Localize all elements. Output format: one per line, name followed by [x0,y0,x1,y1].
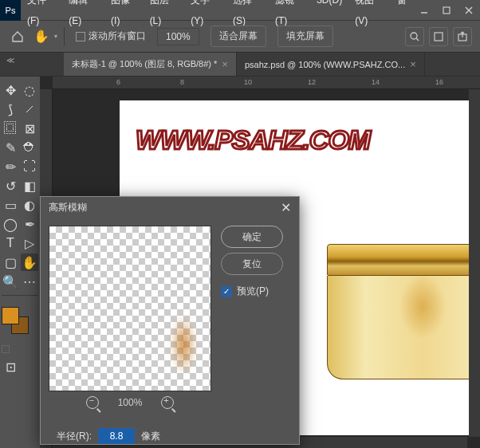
zoom-in-icon[interactable] [161,396,174,409]
foreground-color[interactable] [2,307,19,324]
preview-label: 预览(P) [237,285,269,298]
dialog-titlebar[interactable]: 高斯模糊 ✕ [41,197,299,218]
app-logo: Ps [0,0,21,21]
titlebar: Ps 文件(F) 编辑(E) 图像(I) 图层(L) 文字(Y) 选择(S) 滤… [0,0,480,21]
marquee-tool[interactable]: ◌ [21,81,38,99]
document-tabs: 未标题-1 @ 100% (图层 8, RGB/8#) * × psahz.ps… [0,53,480,77]
expand-panels-icon[interactable]: ≪ [6,56,14,65]
fit-screen-button[interactable]: 适合屏幕 [210,26,266,47]
document-tab-1[interactable]: 未标题-1 @ 100% (图层 8, RGB/8#) * × [64,53,237,76]
reset-button[interactable]: 复位 [221,253,283,275]
crop-tool[interactable]: ⿴ [2,120,19,137]
zoom-out-icon[interactable] [86,396,99,409]
svg-rect-1 [443,7,450,14]
path-select-tool[interactable]: ▷ [21,234,38,252]
clone-stamp-tool[interactable]: ⛶ [21,158,38,175]
healing-brush-tool[interactable]: ⛑ [21,139,38,156]
rectangle-tool[interactable]: ▢ [2,253,19,271]
type-tool[interactable]: T [2,234,19,252]
window-controls [413,0,480,21]
close-button[interactable] [458,0,480,21]
fill-screen-button[interactable]: 填充屏幕 [277,26,333,47]
jar-graphic [327,244,480,379]
zoom-tool[interactable]: 🔍 [2,273,19,290]
frame-icon[interactable] [429,27,448,46]
preview-zoom-level: 100% [118,397,143,408]
share-icon[interactable] [453,27,472,46]
zoom-level-input[interactable]: 100% [157,28,199,45]
svg-point-4 [411,33,417,39]
radius-label: 半径(R): [57,430,92,443]
dropdown-arrow-icon[interactable]: ▾ [54,33,57,40]
history-brush-tool[interactable]: ↺ [2,177,19,195]
gaussian-blur-dialog: 高斯模糊 ✕ 100% 确定 复位 ✓ 预览(P) 半径(R): 像素 [40,196,300,445]
move-tool[interactable]: ✥ [2,81,19,99]
svg-line-5 [416,38,419,41]
eraser-tool[interactable]: ◧ [21,177,38,195]
watermark-text: WWW.PSAHZ.COM [136,124,370,155]
lasso-tool[interactable]: ⟆ [2,100,19,118]
menu-layer[interactable]: 图层(L) [144,0,185,31]
quick-mask-icon[interactable] [2,345,10,353]
dodge-tool[interactable]: ◯ [2,215,19,233]
horizontal-ruler[interactable]: 6 8 10 12 14 16 [53,77,480,89]
vertical-scrollbar[interactable] [469,89,480,437]
gradient-tool[interactable]: ▭ [2,196,19,214]
maximize-button[interactable] [435,0,458,21]
menu-image[interactable]: 图像(I) [104,0,144,31]
eyedropper-tool[interactable]: ✎ [2,139,19,156]
close-icon[interactable]: × [222,58,228,70]
close-icon[interactable]: × [410,58,416,70]
screen-mode-icon[interactable]: ⊡ [2,358,19,375]
close-icon[interactable]: ✕ [281,200,291,215]
check-icon: ✓ [221,286,232,297]
radius-input[interactable] [98,428,135,444]
tab-title: 未标题-1 @ 100% (图层 8, RGB/8#) * [72,58,217,70]
ok-button[interactable]: 确定 [221,226,283,248]
dialog-title-text: 高斯模糊 [49,201,87,214]
tools-panel: ✥◌ ⟆⟋ ⿴⊠ ✎⛑ ✏⛶ ↺◧ ▭◐ ◯✒ T▷ ▢✋ 🔍⋯ ⊡ [0,77,40,448]
blur-tool[interactable]: ◐ [21,196,38,214]
hand-tool[interactable]: ✋ [21,253,38,271]
color-swatches[interactable] [2,307,33,339]
search-icon[interactable] [405,27,424,46]
brush-tool[interactable]: ✏ [2,158,19,175]
menu-view[interactable]: 视图(V) [348,0,391,31]
pen-tool[interactable]: ✒ [21,215,38,233]
blur-preview[interactable] [49,226,211,391]
frame-tool[interactable]: ⊠ [21,120,38,137]
checkbox-icon [76,32,85,41]
tool-preset-home[interactable] [8,27,27,46]
menu-edit[interactable]: 编辑(E) [62,0,104,31]
document-tab-2[interactable]: psahz.psd @ 100% (WWW.PSAHZ.CO... × [237,53,425,76]
minimize-button[interactable] [413,0,435,21]
scroll-all-label: 滚动所有窗口 [89,29,146,43]
tab-title: psahz.psd @ 100% (WWW.PSAHZ.CO... [245,60,405,69]
blur-preview-content [171,315,196,375]
edit-toolbar[interactable]: ⋯ [21,273,38,290]
svg-rect-6 [435,33,443,41]
pixels-label: 像素 [141,430,160,443]
preview-checkbox[interactable]: ✓ 预览(P) [221,285,283,298]
hand-tool-icon: ✋ [33,29,49,44]
scroll-all-windows-checkbox[interactable]: 滚动所有窗口 [76,29,146,43]
quick-select-tool[interactable]: ⟋ [21,100,38,118]
